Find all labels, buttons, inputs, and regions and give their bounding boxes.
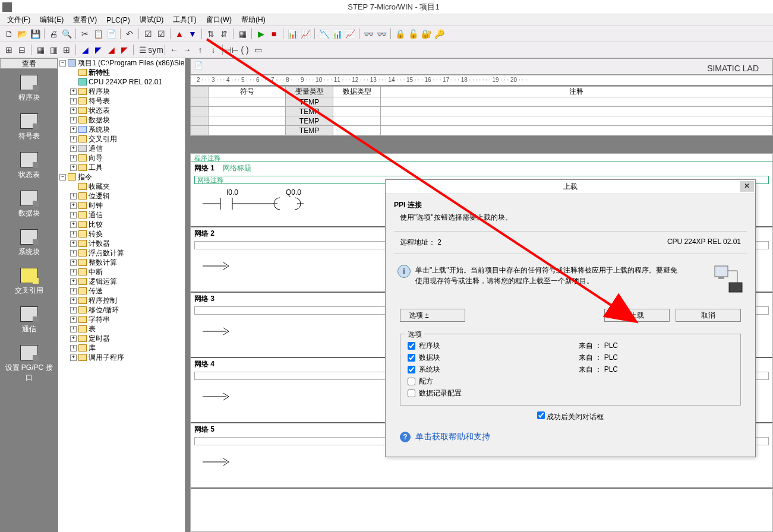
chart3-icon[interactable]: 📈 [344,28,356,40]
sidebar-item-cross-reference[interactable]: 交叉引用 [5,268,53,296]
menu-view[interactable]: 查看(V) [68,14,102,26]
tree-instructions[interactable]: −指令 [58,172,185,182]
arrow-left-icon[interactable]: ← [168,44,180,56]
tree-instr-interrupt[interactable]: +中断 [58,267,185,277]
program-comment[interactable]: 程序注释 [191,154,772,162]
tree-instr-library[interactable]: +库 [58,343,185,353]
arrow-right-icon[interactable]: → [181,44,193,56]
view2-icon[interactable]: ⊟ [16,44,28,56]
tree-instr-convert[interactable]: +转换 [58,229,185,239]
key-icon[interactable]: 🔑 [433,28,445,40]
monitor1-icon[interactable]: 📊 [286,28,298,40]
chart1-icon[interactable]: 📉 [318,28,330,40]
tree-instr-callsubr[interactable]: +调用子程序 [58,353,185,362]
undo-icon[interactable]: ↶ [124,28,135,40]
print-preview-icon[interactable]: 🔍 [61,28,72,40]
tree-instr-bitlogic[interactable]: +位逻辑 [58,191,185,201]
tree-instr-string[interactable]: +字符串 [58,315,185,324]
sidebar-item-status-table[interactable]: 状态表 [5,152,53,180]
arrow-up-icon[interactable]: ↑ [194,44,206,56]
menu-edit[interactable]: 编辑(E) [35,14,68,26]
bookmark-clear-icon[interactable]: ◢ [105,44,117,56]
sort-desc-icon[interactable]: ⇵ [218,28,230,40]
glasses2-icon[interactable]: 👓 [376,28,387,40]
sort-asc-icon[interactable]: ⇅ [205,28,217,40]
bookmark-next-icon[interactable]: ◢ [79,44,91,56]
tree-cross-reference[interactable]: +交叉引用 [58,134,185,144]
opt-data-block-checkbox[interactable] [408,354,415,362]
download-icon[interactable]: ▼ [187,28,198,40]
bookmark-toggle-icon[interactable]: ◤ [118,44,130,56]
tree-instr-move[interactable]: +传送 [58,286,185,296]
tree-communications[interactable]: +通信 [58,144,185,153]
tree-tools[interactable]: +工具 [58,163,185,172]
tree-instr-favorites[interactable]: 收藏夹 [58,182,185,191]
opt-program-block-checkbox[interactable] [408,342,415,350]
sym-icon[interactable]: sym [150,44,162,56]
box-icon[interactable]: ▭ [252,44,264,56]
project-tree[interactable]: −项目1 (C:\Program Files (x86)\Sie 新特性 CPU… [58,58,185,532]
tree-instr-clock[interactable]: +时钟 [58,201,185,210]
close-after-checkbox[interactable] [537,411,545,419]
compile-all-icon[interactable]: ☑ [155,28,167,40]
tree-cpu[interactable]: CPU 224XP REL 02.01 [58,77,185,87]
copy-icon[interactable]: 📋 [92,28,104,40]
opt-recipe-checkbox[interactable] [408,378,415,385]
dialog-close-button[interactable]: ✕ [740,181,754,192]
coil-icon[interactable]: ( ) [239,44,251,56]
upload-button[interactable]: 上载 [604,309,670,322]
monitor2-icon[interactable]: 📈 [299,28,311,40]
vt-row[interactable]: TEMP [191,97,772,107]
tree-instr-compare[interactable]: +比较 [58,220,185,229]
menu-tools[interactable]: 工具(T) [168,14,201,26]
close-after-success-row[interactable]: 成功后关闭对话框 [537,413,604,421]
tree-system-block[interactable]: +系统块 [58,125,185,134]
menu-help[interactable]: 帮助(H) [236,14,270,26]
arrow-down-icon[interactable]: ↓ [207,44,219,56]
contact-icon[interactable]: ⊣⊢ [226,44,238,56]
menu-window[interactable]: 窗口(W) [201,14,236,26]
paste-icon[interactable]: 📄 [105,28,117,40]
opt-system-block-checkbox[interactable] [408,366,415,373]
vt-row[interactable]: TEMP [191,107,772,116]
sidebar-item-pgpc-interface[interactable]: 设置 PG/PC 接口 [5,345,53,383]
save-icon[interactable]: 💾 [29,28,41,40]
table-icon[interactable]: ▥ [48,44,59,56]
menu-plc[interactable]: PLC(P) [102,15,134,26]
lock2-icon[interactable]: 🔐 [420,28,432,40]
help-link[interactable]: 单击获取帮助和支持 [415,432,490,442]
unlock-icon[interactable]: 🔓 [407,28,419,40]
opt-datalog-checkbox[interactable] [408,390,415,397]
network-icon[interactable]: ⊞ [61,44,72,56]
tree-instr-float[interactable]: +浮点数计算 [58,248,185,258]
vt-row[interactable]: TEMP [191,126,772,135]
sidebar-item-system-block[interactable]: 系统块 [5,229,53,257]
view1-icon[interactable]: ⊞ [3,44,15,56]
tree-symbol-table[interactable]: +符号表 [58,96,185,106]
tree-wizards[interactable]: +向导 [58,153,185,163]
network1-title-row[interactable]: 网络 1 网络标题 [191,162,772,175]
lock-icon[interactable]: 🔒 [394,28,406,40]
menu-debug[interactable]: 调试(D) [135,14,169,26]
tree-instr-logic[interactable]: +逻辑运算 [58,277,185,286]
new-icon[interactable]: 🗋 [3,28,15,40]
tree-instr-int[interactable]: +整数计算 [58,258,185,267]
sidebar-item-symbol-table[interactable]: 符号表 [5,113,53,141]
menu-file[interactable]: 文件(F) [2,14,35,26]
sidebar-item-communications[interactable]: 通信 [5,306,53,334]
tree-instr-progctrl[interactable]: +程序控制 [58,296,185,305]
bookmark-prev-icon[interactable]: ◤ [92,44,104,56]
tree-instr-shift[interactable]: +移位/循环 [58,305,185,315]
vt-row[interactable]: TEMP [191,116,772,126]
tree-instr-counter[interactable]: +计数器 [58,239,185,248]
chart2-icon[interactable]: 📊 [331,28,343,40]
tree-instr-timer[interactable]: +定时器 [58,334,185,343]
print-icon[interactable]: 🖨 [48,28,59,40]
toggle-icon[interactable]: ☰ [137,44,149,56]
glasses-icon[interactable]: 👓 [362,28,374,40]
tree-instr-comm[interactable]: +通信 [58,210,185,220]
tree-instr-table[interactable]: +表 [58,324,185,334]
compile-icon[interactable]: ☑ [142,28,154,40]
cancel-button[interactable]: 取消 [676,309,741,322]
cut-icon[interactable]: ✂ [79,28,91,40]
